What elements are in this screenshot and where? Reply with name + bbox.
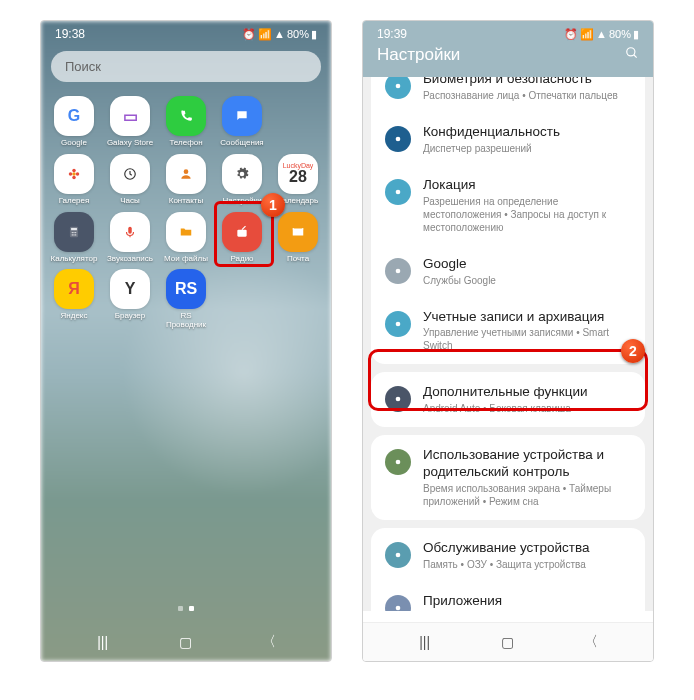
row-icon xyxy=(385,179,411,205)
wifi-icon: 📶 xyxy=(258,28,272,41)
settings-row[interactable]: Использование устройства и родительский … xyxy=(371,435,645,520)
app-галерея[interactable]: Галерея xyxy=(47,154,101,206)
app-браузер[interactable]: YБраузер xyxy=(103,269,157,330)
row-title: Google xyxy=(423,256,631,273)
settings-row[interactable]: GoogleСлужбы Google xyxy=(371,246,645,299)
row-icon xyxy=(385,126,411,152)
nav-recents[interactable]: ||| xyxy=(410,634,440,650)
phone-settings-screen: 19:39 ⏰ 📶 ▲ 80% ▮ Настройки Биометрия и … xyxy=(362,20,654,662)
row-subtitle: Время использования экрана • Таймеры при… xyxy=(423,482,631,508)
svg-point-4 xyxy=(76,172,80,176)
svg-point-0 xyxy=(72,172,76,176)
search-input[interactable]: Поиск xyxy=(51,51,321,82)
page-title: Настройки xyxy=(377,45,460,65)
apps-grid: GGoogle▭Galaxy StoreТелефонСообщенияГале… xyxy=(41,88,331,338)
row-icon xyxy=(385,258,411,284)
app-icon xyxy=(110,154,150,194)
app-icon xyxy=(222,154,262,194)
row-subtitle: Службы Google xyxy=(423,274,631,287)
app-label: Контакты xyxy=(169,197,204,206)
settings-row[interactable]: ПриложенияПриложения по умолчанию • Наст… xyxy=(371,583,645,611)
settings-row[interactable]: Биометрия и безопасностьРаспознавание ли… xyxy=(371,77,645,114)
alarm-icon: ⏰ xyxy=(242,28,256,41)
app-почта[interactable]: Почта xyxy=(271,212,325,264)
app-калькулятор[interactable]: Калькулятор xyxy=(47,212,101,264)
svg-point-11 xyxy=(75,232,76,233)
settings-row[interactable]: Обслуживание устройстваПамять • ОЗУ • За… xyxy=(371,528,645,583)
app-google[interactable]: GGoogle xyxy=(47,96,101,148)
app-label: Галерея xyxy=(59,197,90,206)
svg-point-24 xyxy=(396,321,401,326)
status-bar: 19:38 ⏰ 📶 ▲ 80% ▮ xyxy=(41,21,331,45)
app-galaxy store[interactable]: ▭Galaxy Store xyxy=(103,96,157,148)
app-мои файлы[interactable]: Мои файлы xyxy=(159,212,213,264)
nav-recents[interactable]: ||| xyxy=(88,634,118,650)
row-icon xyxy=(385,311,411,337)
status-right: ⏰ 📶 ▲ 80% ▮ xyxy=(242,28,317,41)
svg-point-9 xyxy=(72,232,73,233)
app-icon xyxy=(166,212,206,252)
battery-text: 80% xyxy=(609,28,631,40)
app-icon: G xyxy=(54,96,94,136)
svg-point-21 xyxy=(396,137,401,142)
app-label: Звукозапись xyxy=(107,255,153,264)
nav-back[interactable]: 〈 xyxy=(576,633,606,651)
app-контакты[interactable]: Контакты xyxy=(159,154,213,206)
battery-icon: ▮ xyxy=(311,28,317,41)
status-time: 19:39 xyxy=(377,27,407,41)
app-телефон[interactable]: Телефон xyxy=(159,96,213,148)
app-rs проводник[interactable]: RSRS Проводник xyxy=(159,269,213,330)
app-яндекс[interactable]: ЯЯндекс xyxy=(47,269,101,330)
svg-point-6 xyxy=(184,169,189,174)
row-title: Использование устройства и родительский … xyxy=(423,447,631,481)
status-right: ⏰ 📶 ▲ 80% ▮ xyxy=(564,28,639,41)
app-icon xyxy=(222,96,262,136)
svg-point-27 xyxy=(396,553,401,558)
alarm-icon: ⏰ xyxy=(564,28,578,41)
app-label: Калькулятор xyxy=(51,255,98,264)
svg-point-20 xyxy=(396,84,401,89)
highlight-advanced xyxy=(368,349,648,411)
row-icon xyxy=(385,542,411,568)
nav-back[interactable]: 〈 xyxy=(254,633,284,651)
app-icon: Y xyxy=(110,269,150,309)
row-subtitle: Память • ОЗУ • Защита устройства xyxy=(423,558,631,571)
svg-point-2 xyxy=(72,176,76,180)
row-icon xyxy=(385,595,411,611)
app-label: Google xyxy=(61,139,87,148)
signal-icon: ▲ xyxy=(596,28,607,40)
svg-point-3 xyxy=(69,172,73,176)
nav-home[interactable]: ▢ xyxy=(493,634,523,650)
settings-row[interactable]: ЛокацияРазрешения на определение местопо… xyxy=(371,167,645,246)
settings-list[interactable]: Биометрия и безопасностьРаспознавание ли… xyxy=(363,77,653,611)
svg-point-10 xyxy=(73,232,74,233)
svg-line-19 xyxy=(634,55,637,58)
svg-point-14 xyxy=(75,234,76,235)
app-icon xyxy=(54,154,94,194)
row-icon xyxy=(385,77,411,99)
search-icon[interactable] xyxy=(625,46,639,64)
app-label: Сообщения xyxy=(220,139,263,148)
row-subtitle: Разрешения на определение местоположения… xyxy=(423,195,631,234)
svg-point-28 xyxy=(396,606,401,611)
app-label: Браузер xyxy=(115,312,146,321)
app-label: Galaxy Store xyxy=(107,139,153,148)
row-subtitle: Диспетчер разрешений xyxy=(423,142,631,155)
app-label: Мои файлы xyxy=(164,255,208,264)
app-настройки[interactable]: Настройки xyxy=(215,154,269,206)
svg-point-18 xyxy=(627,48,635,56)
page-indicator[interactable] xyxy=(178,606,194,611)
row-title: Локация xyxy=(423,177,631,194)
app-сообщения[interactable]: Сообщения xyxy=(215,96,269,148)
row-title: Учетные записи и архивация xyxy=(423,309,631,326)
app-звукозапись[interactable]: Звукозапись xyxy=(103,212,157,264)
app-label: RS Проводник xyxy=(161,312,211,330)
app-icon xyxy=(166,96,206,136)
settings-row[interactable]: КонфиденциальностьДиспетчер разрешений xyxy=(371,114,645,167)
nav-bar: ||| ▢ 〈 xyxy=(41,623,331,661)
app-часы[interactable]: Часы xyxy=(103,154,157,206)
svg-rect-15 xyxy=(128,226,132,233)
app-label: Телефон xyxy=(169,139,202,148)
nav-home[interactable]: ▢ xyxy=(171,634,201,650)
settings-header: Настройки xyxy=(363,45,653,77)
